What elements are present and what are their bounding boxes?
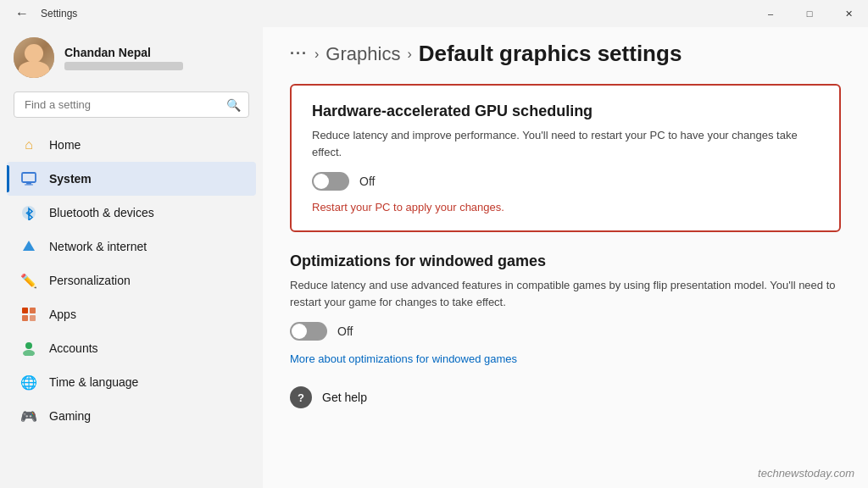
- sidebar-item-gaming[interactable]: 🎮 Gaming: [7, 399, 256, 433]
- svg-rect-7: [22, 315, 28, 321]
- toggle-knob-2: [292, 324, 307, 339]
- sidebar-item-label: Apps: [49, 308, 76, 321]
- sidebar-item-label: System: [49, 172, 92, 186]
- sidebar-item-label: Time & language: [49, 375, 138, 389]
- sidebar-item-label: Home: [49, 138, 81, 152]
- avatar: [14, 37, 54, 78]
- sidebar-item-personalization[interactable]: ✏️ Personalization: [7, 263, 256, 297]
- maximize-button[interactable]: □: [790, 0, 829, 27]
- personalization-icon: ✏️: [20, 272, 37, 289]
- windowed-games-desc: Reduce latency and use advanced features…: [290, 277, 841, 310]
- svg-marker-4: [23, 241, 35, 251]
- sidebar-item-label: Personalization: [49, 274, 131, 287]
- gpu-toggle-label: Off: [359, 175, 375, 188]
- watermark: technewstoday.com: [758, 467, 854, 480]
- toggle-knob: [314, 174, 329, 189]
- help-label: Get help: [322, 391, 367, 404]
- user-name: Chandan Nepal: [64, 46, 183, 59]
- svg-rect-6: [30, 308, 36, 313]
- gaming-icon: 🎮: [20, 408, 37, 424]
- user-section: Chandan Nepal: [0, 27, 263, 88]
- sidebar: Chandan Nepal 🔍 ⌂ Home System: [0, 27, 263, 488]
- gpu-scheduling-card: Hardware-accelerated GPU scheduling Redu…: [290, 84, 841, 232]
- breadcrumb-dots[interactable]: ···: [290, 45, 308, 63]
- sidebar-item-label: Accounts: [49, 341, 98, 355]
- search-icon: 🔍: [226, 98, 241, 112]
- gpu-restart-notice: Restart your PC to apply your changes.: [312, 201, 819, 214]
- user-email: [64, 62, 183, 70]
- svg-point-9: [25, 342, 32, 349]
- svg-rect-5: [22, 308, 28, 313]
- search-input[interactable]: [14, 92, 249, 118]
- titlebar: ← Settings – □ ✕: [0, 0, 868, 27]
- windowed-toggle-row: Off: [290, 322, 841, 341]
- help-icon: ?: [290, 386, 312, 408]
- breadcrumb-separator-2: ›: [407, 47, 411, 62]
- sidebar-item-bluetooth[interactable]: Bluetooth & devices: [7, 196, 256, 230]
- back-button[interactable]: ←: [10, 2, 34, 25]
- user-info: Chandan Nepal: [64, 46, 183, 70]
- sidebar-item-time[interactable]: 🌐 Time & language: [7, 365, 256, 399]
- svg-rect-8: [30, 315, 36, 321]
- breadcrumb: ··· › Graphics › Default graphics settin…: [290, 41, 841, 67]
- svg-rect-1: [26, 183, 31, 185]
- svg-point-10: [23, 350, 35, 356]
- sidebar-item-label: Network & internet: [49, 240, 147, 253]
- sidebar-item-label: Gaming: [49, 409, 91, 423]
- apps-icon: [20, 306, 37, 323]
- more-link-windowed[interactable]: More about optimizations for windowed ga…: [290, 352, 517, 365]
- svg-rect-2: [25, 185, 33, 186]
- sidebar-item-network[interactable]: Network & internet: [7, 230, 256, 263]
- avatar-image: [14, 37, 54, 78]
- gpu-toggle[interactable]: [312, 172, 349, 191]
- network-icon: [20, 238, 37, 255]
- accounts-icon: [20, 340, 37, 357]
- sidebar-item-home[interactable]: ⌂ Home: [7, 128, 256, 162]
- sidebar-item-accounts[interactable]: Accounts: [7, 331, 256, 365]
- svg-rect-0: [22, 173, 36, 182]
- breadcrumb-link-graphics[interactable]: Graphics: [326, 43, 400, 65]
- gpu-scheduling-title: Hardware-accelerated GPU scheduling: [312, 103, 819, 120]
- windowed-toggle[interactable]: [290, 322, 327, 341]
- system-icon: [20, 170, 37, 187]
- sidebar-item-apps[interactable]: Apps: [7, 297, 256, 331]
- get-help-row[interactable]: ? Get help: [290, 386, 841, 408]
- sidebar-item-label: Bluetooth & devices: [49, 206, 154, 219]
- window-title: Settings: [41, 8, 77, 19]
- nav-list: ⌂ Home System Bluetooth & devices Netwo: [0, 125, 263, 488]
- breadcrumb-separator-1: ›: [314, 47, 319, 62]
- time-icon: 🌐: [20, 374, 37, 391]
- close-button[interactable]: ✕: [829, 0, 868, 27]
- app-container: Chandan Nepal 🔍 ⌂ Home System: [0, 27, 868, 488]
- search-box[interactable]: 🔍: [14, 92, 249, 118]
- minimize-button[interactable]: –: [751, 0, 790, 27]
- breadcrumb-current: Default graphics settings: [419, 41, 682, 67]
- windowed-games-section: Optimizations for windowed games Reduce …: [290, 252, 841, 366]
- gpu-toggle-row: Off: [312, 172, 819, 191]
- home-icon: ⌂: [20, 136, 37, 153]
- gpu-scheduling-desc: Reduce latency and improve performance. …: [312, 127, 819, 160]
- window-controls: – □ ✕: [751, 0, 868, 27]
- windowed-toggle-label: Off: [337, 324, 353, 338]
- main-content: ··· › Graphics › Default graphics settin…: [263, 27, 868, 488]
- bluetooth-icon: [20, 204, 37, 221]
- sidebar-item-system[interactable]: System: [7, 162, 256, 196]
- windowed-games-title: Optimizations for windowed games: [290, 252, 841, 270]
